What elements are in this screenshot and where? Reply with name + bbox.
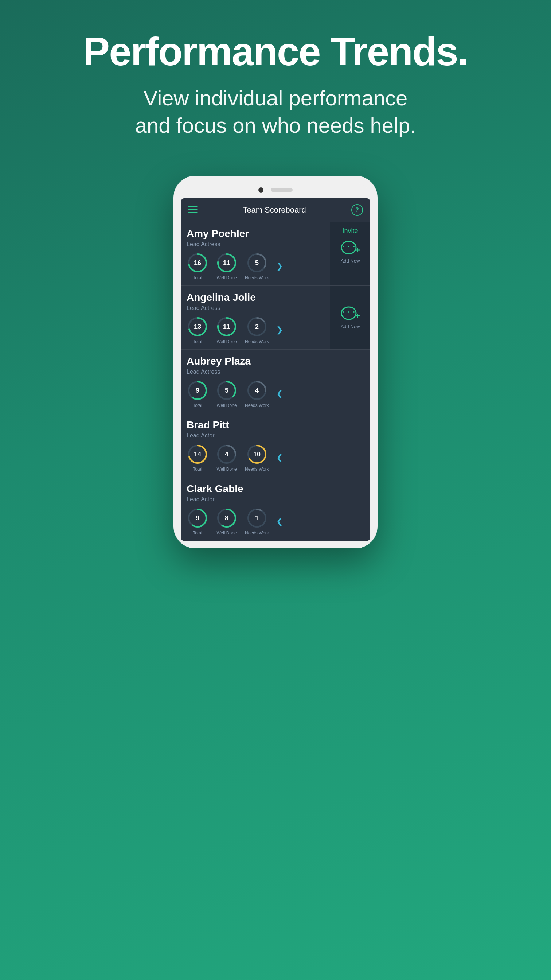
- player-role-aubrey: Lead Actress: [187, 369, 364, 375]
- circle-total-clark: 9: [187, 507, 208, 529]
- player-row-clark-gable: Clark Gable Lead Actor 9 Total: [181, 477, 370, 541]
- player-stats-clark: 9 Total 8 Wel: [187, 507, 364, 536]
- stat-total-amy: 16 Total: [187, 252, 208, 280]
- stat-needswork-brad: 10 Needs Work: [245, 443, 269, 472]
- app-header: Team Scoreboard ?: [181, 198, 370, 222]
- phone-speaker: [271, 188, 293, 192]
- player-main-aubrey[interactable]: Aubrey Plaza Lead Actress 9 Total: [181, 350, 370, 413]
- player-row-aubrey-plaza: Aubrey Plaza Lead Actress 9 Total: [181, 350, 370, 414]
- chevron-left-clark: ❮: [276, 517, 286, 526]
- player-name-clark: Clark Gable: [187, 483, 364, 495]
- app-title: Team Scoreboard: [243, 205, 306, 215]
- chevron-right-angelina: ❯: [276, 325, 286, 335]
- phone-top-bar: [181, 183, 370, 198]
- svg-point-20: [348, 311, 349, 313]
- stat-needswork-angelina: 2 Needs Work: [245, 316, 269, 344]
- stat-welldone-clark: 8 Well Done: [216, 507, 238, 536]
- circle-welldone-amy: 11: [216, 252, 238, 274]
- stat-total-brad: 14 Total: [187, 443, 208, 472]
- stat-welldone-angelina: 11 Well Done: [216, 316, 238, 344]
- player-main-angelina[interactable]: Angelina Jolie Lead Actress 13 Tot: [181, 286, 330, 349]
- hamburger-menu-button[interactable]: [188, 206, 197, 213]
- stat-needswork-clark: 1 Needs Work: [245, 507, 269, 536]
- player-row-amy-poehler: Amy Poehler Lead Actress 16: [181, 222, 370, 286]
- stat-total-aubrey: 9 Total: [187, 380, 208, 408]
- svg-point-18: [341, 307, 356, 320]
- svg-point-9: [353, 246, 354, 247]
- hero-section: Performance Trends. View individual perf…: [0, 0, 551, 154]
- svg-point-7: [343, 246, 345, 247]
- hero-title: Performance Trends.: [37, 29, 514, 73]
- player-action-angelina: Add New: [330, 286, 370, 349]
- circle-total-brad: 14: [187, 443, 208, 465]
- circle-total-angelina: 13: [187, 316, 208, 337]
- stat-welldone-aubrey: 5 Well Done: [216, 380, 238, 408]
- add-new-icon-angelina: [340, 304, 360, 322]
- svg-point-8: [348, 246, 349, 247]
- circle-needswork-amy: 5: [246, 252, 268, 274]
- chevron-left-brad: ❮: [276, 453, 286, 462]
- svg-point-19: [343, 311, 345, 313]
- phone-screen: Team Scoreboard ? Amy Poehler Lead Actre…: [181, 198, 370, 541]
- player-role-angelina: Lead Actress: [187, 305, 324, 311]
- player-row-angelina-jolie: Angelina Jolie Lead Actress 13 Tot: [181, 286, 370, 350]
- player-role-brad: Lead Actor: [187, 433, 364, 439]
- svg-point-6: [341, 241, 356, 254]
- stat-needswork-aubrey: 4 Needs Work: [245, 380, 269, 408]
- stat-welldone-brad: 4 Well Done: [216, 443, 238, 472]
- player-name-angelina: Angelina Jolie: [187, 292, 324, 303]
- player-name-brad: Brad Pitt: [187, 419, 364, 431]
- circle-total-aubrey: 9: [187, 380, 208, 401]
- player-role-amy: Lead Actress: [187, 241, 324, 248]
- player-row-brad-pitt: Brad Pitt Lead Actor 14 Total: [181, 414, 370, 477]
- hero-subtitle: View individual performance and focus on…: [37, 84, 514, 139]
- chevron-left-aubrey: ❮: [276, 389, 286, 398]
- phone-camera: [258, 188, 264, 192]
- hamburger-line-2: [188, 209, 197, 210]
- circle-welldone-clark: 8: [216, 507, 238, 529]
- player-main-amy[interactable]: Amy Poehler Lead Actress 16: [181, 222, 330, 285]
- player-main-brad[interactable]: Brad Pitt Lead Actor 14 Total: [181, 414, 370, 477]
- add-new-button-angelina[interactable]: Add New: [340, 304, 360, 329]
- player-stats-aubrey: 9 Total 5 Wel: [187, 380, 364, 408]
- phone-body: Team Scoreboard ? Amy Poehler Lead Actre…: [173, 176, 378, 548]
- circle-total-amy: 16: [187, 252, 208, 274]
- help-button[interactable]: ?: [351, 204, 363, 216]
- player-action-amy: Invite Add New: [330, 222, 370, 285]
- circle-needswork-brad: 10: [246, 443, 268, 465]
- stat-total-clark: 9 Total: [187, 507, 208, 536]
- add-new-button-amy[interactable]: Add New: [340, 239, 360, 264]
- invite-label-amy[interactable]: Invite: [342, 227, 358, 235]
- add-new-label-angelina: Add New: [341, 324, 360, 329]
- player-name-aubrey: Aubrey Plaza: [187, 355, 364, 367]
- hamburger-line-3: [188, 212, 197, 213]
- stat-needswork-amy: 5 Needs Work: [245, 252, 269, 280]
- svg-point-21: [353, 311, 354, 313]
- player-stats-brad: 14 Total 4 We: [187, 443, 364, 472]
- add-new-icon-amy: [340, 239, 360, 257]
- player-name-amy: Amy Poehler: [187, 228, 324, 240]
- circle-needswork-angelina: 2: [246, 316, 268, 337]
- player-stats-angelina: 13 Total 11 W: [187, 316, 324, 344]
- stat-total-angelina: 13 Total: [187, 316, 208, 344]
- circle-needswork-aubrey: 4: [246, 380, 268, 401]
- circle-welldone-angelina: 11: [216, 316, 238, 337]
- player-role-clark: Lead Actor: [187, 496, 364, 503]
- circle-needswork-clark: 1: [246, 507, 268, 529]
- chevron-right-amy: ❯: [276, 261, 286, 271]
- add-new-label-amy: Add New: [341, 258, 360, 264]
- circle-welldone-aubrey: 5: [216, 380, 238, 401]
- stat-welldone-amy: 11 Well Done: [216, 252, 238, 280]
- phone-mockup: Team Scoreboard ? Amy Poehler Lead Actre…: [0, 176, 551, 548]
- player-main-clark[interactable]: Clark Gable Lead Actor 9 Total: [181, 477, 370, 541]
- circle-welldone-brad: 4: [216, 443, 238, 465]
- hamburger-line-1: [188, 206, 197, 207]
- player-stats-amy: 16 Total 11: [187, 252, 324, 280]
